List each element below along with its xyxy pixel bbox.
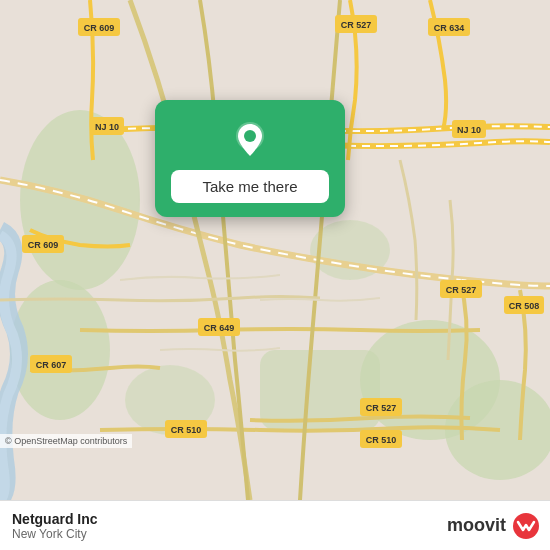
moovit-text: moovit: [447, 515, 506, 536]
svg-text:CR 649: CR 649: [204, 323, 235, 333]
take-me-there-button[interactable]: Take me there: [171, 170, 329, 203]
map-container: CR 527 CR 634 CR 609 NJ 10 NJ 10 CR 609 …: [0, 0, 550, 500]
map-svg: CR 527 CR 634 CR 609 NJ 10 NJ 10 CR 609 …: [0, 0, 550, 500]
svg-text:CR 510: CR 510: [171, 425, 202, 435]
city-name: New York City: [12, 527, 98, 541]
svg-text:CR 607: CR 607: [36, 360, 67, 370]
svg-text:CR 510: CR 510: [366, 435, 397, 445]
bottom-bar: Netguard Inc New York City moovit: [0, 500, 550, 550]
svg-text:NJ 10: NJ 10: [457, 125, 481, 135]
map-attribution: © OpenStreetMap contributors: [0, 434, 132, 448]
company-name: Netguard Inc: [12, 511, 98, 527]
svg-text:CR 634: CR 634: [434, 23, 465, 33]
location-info: Netguard Inc New York City: [12, 511, 98, 541]
location-card[interactable]: Take me there: [155, 100, 345, 217]
svg-text:NJ 10: NJ 10: [95, 122, 119, 132]
map-pin-icon: [228, 118, 272, 162]
svg-text:CR 527: CR 527: [446, 285, 477, 295]
svg-text:CR 508: CR 508: [509, 301, 540, 311]
svg-text:CR 527: CR 527: [341, 20, 372, 30]
svg-text:CR 609: CR 609: [28, 240, 59, 250]
moovit-icon: [512, 512, 540, 540]
moovit-logo: moovit: [447, 512, 540, 540]
svg-text:CR 609: CR 609: [84, 23, 115, 33]
svg-text:CR 527: CR 527: [366, 403, 397, 413]
svg-point-35: [244, 130, 256, 142]
